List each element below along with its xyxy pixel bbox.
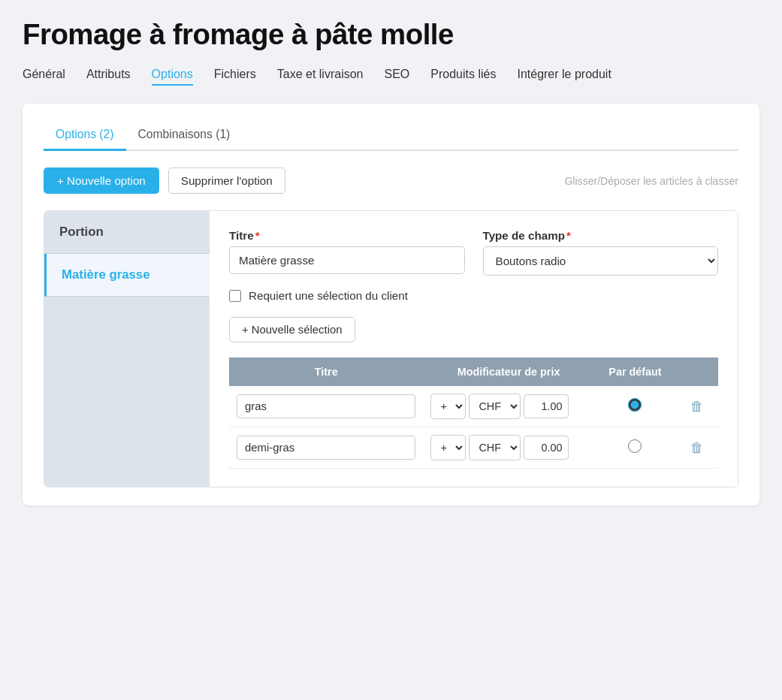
sidebar-item-portion[interactable]: Portion xyxy=(44,211,210,254)
title-required-star: * xyxy=(255,229,260,242)
inner-tabs: Options (2) Combinaisons (1) xyxy=(44,122,738,151)
row2-default-radio[interactable] xyxy=(628,439,642,453)
selections-table: Titre Modificateur de prix Par défaut xyxy=(229,358,718,469)
col-defaut: Par défaut xyxy=(594,358,677,386)
row2-default-cell xyxy=(594,427,677,469)
field-group-type: Type de champ* Boutons radio Texte Liste… xyxy=(483,229,719,276)
field-group-title: Titre* xyxy=(229,229,465,276)
sidebar: Portion Matière grasse xyxy=(44,211,210,487)
nav-item-attributs[interactable]: Attributs xyxy=(86,68,131,86)
row1-modifier-cell: + - CHF EUR xyxy=(423,386,593,427)
nav-item-produits[interactable]: Produits liés xyxy=(430,68,496,86)
row2-currency-select[interactable]: CHF EUR xyxy=(469,435,521,460)
field-type-label: Type de champ* xyxy=(483,229,719,242)
table-row: + - CHF EUR xyxy=(229,427,718,469)
row1-sign-select[interactable]: + - xyxy=(430,394,466,419)
nav-item-seo[interactable]: SEO xyxy=(384,68,409,86)
row2-delete-button[interactable]: 🗑 xyxy=(686,437,708,459)
row1-amount-input[interactable] xyxy=(524,394,569,418)
table-row: + - CHF EUR xyxy=(229,386,718,427)
field-row-top: Titre* Type de champ* Boutons radio Text… xyxy=(229,229,718,276)
main-layout: Portion Matière grasse Titre* Type de ch… xyxy=(44,210,738,487)
row1-currency-select[interactable]: CHF EUR xyxy=(469,394,521,419)
main-card: Options (2) Combinaisons (1) + Nouvelle … xyxy=(23,104,759,505)
field-type-select[interactable]: Boutons radio Texte Liste déroulante xyxy=(483,246,719,276)
table-body: + - CHF EUR xyxy=(229,386,718,469)
row2-modifier-cell: + - CHF EUR xyxy=(423,427,593,469)
row1-default-radio[interactable] xyxy=(628,398,642,412)
page-title: Fromage à fromage à pâte molle xyxy=(23,18,759,51)
nav-item-options[interactable]: Options xyxy=(152,68,193,86)
tab-options[interactable]: Options (2) xyxy=(44,122,126,151)
nav-item-taxe[interactable]: Taxe et livraison xyxy=(277,68,364,86)
col-actions xyxy=(676,358,718,386)
table-header: Titre Modificateur de prix Par défaut xyxy=(229,358,718,386)
row2-amount-input[interactable] xyxy=(524,436,569,460)
row2-sign-select[interactable]: + - xyxy=(430,435,466,460)
checkbox-label[interactable]: Requiert une sélection du client xyxy=(249,289,408,302)
col-modificateur: Modificateur de prix xyxy=(423,358,593,386)
row1-delete-button[interactable]: 🗑 xyxy=(686,396,708,418)
row1-actions-cell: 🗑 xyxy=(676,386,718,427)
nav-item-general[interactable]: Général xyxy=(23,68,65,86)
row1-title-cell xyxy=(229,386,423,427)
new-selection-button[interactable]: + Nouvelle sélection xyxy=(229,317,355,342)
type-required-star: * xyxy=(566,229,571,242)
new-option-button[interactable]: + Nouvelle option xyxy=(44,167,159,194)
content-panel: Titre* Type de champ* Boutons radio Text… xyxy=(210,211,738,487)
top-nav: Général Attributs Options Fichiers Taxe … xyxy=(23,68,759,86)
row2-title-cell xyxy=(229,427,423,469)
delete-option-button[interactable]: Supprimer l'option xyxy=(168,167,285,194)
row2-actions-cell: 🗑 xyxy=(676,427,718,469)
row1-default-cell xyxy=(594,386,677,427)
title-label: Titre* xyxy=(229,229,465,242)
title-input[interactable] xyxy=(229,246,465,274)
sidebar-item-matiere[interactable]: Matière grasse xyxy=(44,254,210,297)
row1-title-input[interactable] xyxy=(237,394,415,418)
checkbox-row: Requiert une sélection du client xyxy=(229,289,718,302)
drag-hint: Glisser/Déposer les articles à classer xyxy=(564,175,738,187)
nav-item-integrer[interactable]: Intégrer le produit xyxy=(517,68,611,86)
requires-selection-checkbox[interactable] xyxy=(229,290,241,302)
toolbar: + Nouvelle option Supprimer l'option Gli… xyxy=(44,167,738,194)
col-titre: Titre xyxy=(229,358,423,386)
nav-item-fichiers[interactable]: Fichiers xyxy=(214,68,256,86)
row2-title-input[interactable] xyxy=(237,436,415,460)
tab-combinaisons[interactable]: Combinaisons (1) xyxy=(126,122,243,151)
